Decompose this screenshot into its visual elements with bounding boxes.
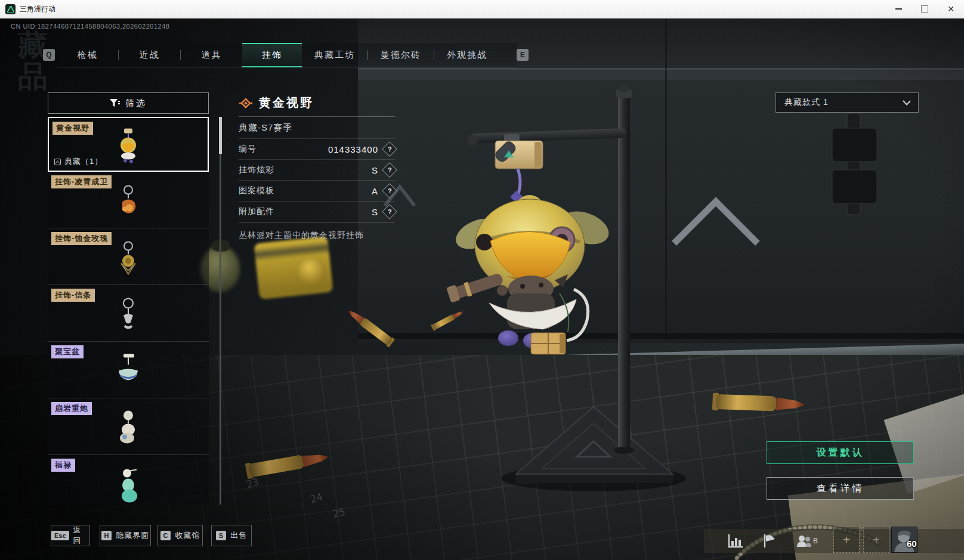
row-value: S — [372, 165, 378, 175]
tab-collection-workshop[interactable]: 典藏工坊 — [302, 43, 367, 67]
charm-thumbnail — [112, 127, 145, 164]
key-badge: S — [216, 531, 226, 540]
help-icon[interactable]: ? — [382, 162, 397, 177]
team-icon[interactable] — [796, 534, 812, 548]
hide-ui-shortcut-button[interactable]: H 隐藏界面 — [100, 525, 151, 546]
row-value: 014333400 — [328, 144, 378, 154]
style-dropdown[interactable]: 典藏款式 1 — [775, 92, 919, 113]
item-title: 黄金视野 — [259, 95, 314, 111]
set-default-button[interactable]: 设置默认 — [767, 441, 914, 464]
tab-cycle-right-key: E — [517, 49, 529, 61]
charm-thumbnail — [112, 239, 145, 276]
plus-icon: + — [843, 533, 850, 547]
tab-melee[interactable]: 近战 — [119, 43, 180, 67]
window-title: 三角洲行动 — [20, 4, 55, 14]
plus-icon: + — [873, 533, 880, 547]
charm-thumbnail — [112, 409, 145, 446]
key-badge: H — [101, 531, 112, 540]
maximize-icon — [921, 5, 928, 13]
add-slot-button[interactable]: + — [833, 527, 860, 553]
item-name-badge: 挂饰-蚀金玫瑰 — [51, 232, 112, 245]
key-badge: Esc — [51, 531, 69, 540]
sell-shortcut-button[interactable]: S 出售 — [211, 525, 252, 546]
game-viewport: 23 24 25 — [0, 18, 964, 560]
list-scrollbar[interactable] — [220, 117, 221, 505]
detail-row: 挂饰炫彩 S ? — [239, 160, 395, 181]
charm-list-item[interactable]: 崩岩重炮 — [48, 398, 209, 455]
detail-row: 编号 014333400 ? — [239, 139, 395, 160]
add-slot-button[interactable]: + — [863, 527, 889, 553]
detail-row: 图案模板 A ? — [239, 181, 395, 202]
gold-prop — [298, 258, 326, 285]
row-label: 编号 — [239, 144, 257, 154]
detail-row: 附加配件 S ? — [239, 202, 395, 222]
row-label: 图案模板 — [239, 185, 274, 196]
tab-mandel-brick[interactable]: 曼德尔砖 — [368, 43, 434, 67]
item-name-badge: 聚宝盆 — [51, 345, 84, 358]
filter-button[interactable]: 筛选 — [48, 92, 209, 114]
shortcut-label: 隐藏界面 — [116, 530, 149, 541]
flag-icon[interactable] — [762, 534, 777, 548]
close-button[interactable]: ✕ — [938, 0, 964, 18]
charm-thumbnail — [112, 182, 145, 219]
chevron-down-icon — [903, 100, 911, 106]
app-logo-icon — [5, 4, 16, 14]
player-level: 60 — [907, 539, 917, 549]
item-name-badge: 挂饰-信条 — [51, 289, 95, 302]
tab-cycle-left-key: Q — [43, 49, 55, 61]
charm-list-item[interactable]: 挂饰-信条 — [48, 285, 209, 342]
category-tab-bar: 枪械 近战 道具 挂饰 典藏工坊 曼德尔砖 外观挑战 — [57, 43, 517, 67]
help-icon[interactable]: ? — [382, 204, 397, 219]
detail-header: 黄金视野 — [239, 89, 395, 117]
rarity-diamond-icon — [239, 96, 253, 110]
row-label: 挂饰炫彩 — [239, 165, 274, 175]
view-details-button[interactable]: 查看详情 — [767, 477, 914, 500]
collection-icon — [54, 158, 61, 166]
team-key-hint: B — [813, 537, 818, 545]
uid-text: CN UID:182744607121458804063,20260220124… — [11, 23, 169, 30]
charm-thumbnail — [112, 352, 145, 389]
filter-label: 筛选 — [125, 98, 147, 109]
scrollbar-thumb[interactable] — [219, 117, 222, 154]
stats-icon[interactable] — [728, 534, 743, 548]
shortcut-label: 出售 — [230, 530, 247, 541]
tab-firearms[interactable]: 枪械 — [57, 43, 118, 67]
item-name-badge: 福禄 — [51, 459, 75, 472]
row-value: A — [372, 186, 378, 196]
item-description: 丛林派对主题中的黄金视野挂饰 — [239, 222, 395, 241]
tab-charms[interactable]: 挂饰 — [242, 43, 302, 67]
charm-preview-viewport[interactable] — [406, 83, 740, 501]
charm-thumbnail — [112, 466, 145, 503]
charm-list-item[interactable]: 挂饰-蚀金玫瑰 — [48, 228, 209, 285]
key-badge: C — [160, 531, 171, 540]
style-dropdown-value: 典藏款式 1 — [776, 97, 903, 108]
charm-list-item[interactable]: 黄金视野 典藏（1） — [48, 117, 209, 172]
tab-items[interactable]: 道具 — [181, 43, 242, 67]
charm-model — [446, 134, 613, 354]
item-detail-panel: 黄金视野 典藏-S7赛季 编号 014333400 ? 挂饰炫彩 S ? 图案模… — [239, 89, 395, 241]
app-window: 三角洲行动 ✕ 23 24 25 — [0, 0, 964, 560]
stand-base — [501, 407, 686, 491]
charm-thumbnail — [112, 296, 145, 333]
shortcut-label: 收藏馆 — [175, 530, 200, 541]
maximize-button[interactable] — [912, 0, 938, 18]
back-shortcut-button[interactable]: Esc 返回 — [51, 525, 90, 546]
item-name-badge: 挂饰-凌霄成卫 — [51, 175, 112, 188]
item-name-badge: 崩岩重炮 — [51, 402, 92, 415]
charm-list-item[interactable]: 挂饰-凌霄成卫 — [48, 172, 209, 228]
charm-list: 黄金视野 典藏（1） 挂饰-凌霄成卫 — [48, 117, 209, 505]
collection-hall-shortcut-button[interactable]: C 收藏馆 — [157, 525, 203, 546]
charm-list-item[interactable]: 福禄 — [48, 455, 209, 505]
season-row: 典藏-S7赛季 — [239, 117, 395, 139]
collection-count: 典藏（1） — [54, 156, 103, 167]
collection-watermark: 藏品 — [18, 30, 52, 92]
row-label: 附加配件 — [239, 206, 274, 217]
help-icon[interactable]: ? — [382, 183, 397, 198]
funnel-icon — [110, 99, 120, 108]
tab-appearance-challenge[interactable]: 外观挑战 — [434, 43, 500, 67]
shortcut-label: 返回 — [73, 525, 89, 546]
charm-list-item[interactable]: 聚宝盆 — [48, 342, 209, 398]
item-name-badge: 黄金视野 — [52, 122, 93, 135]
help-icon[interactable]: ? — [382, 141, 397, 156]
minimize-button[interactable] — [885, 0, 912, 18]
